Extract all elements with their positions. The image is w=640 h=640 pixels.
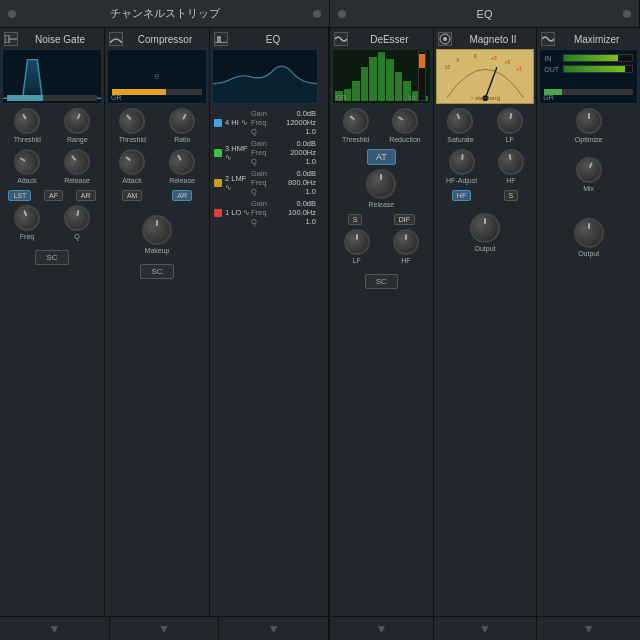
magneto-hfadj-knob[interactable] <box>448 148 476 176</box>
comp-ratio-knob[interactable] <box>165 103 201 139</box>
svg-text:+3: +3 <box>491 56 497 61</box>
maximizer-mix-row: Mix <box>539 157 638 192</box>
cs-eq-display <box>212 49 318 104</box>
fb3 <box>352 81 360 101</box>
deesser-hf-knob[interactable] <box>393 229 419 255</box>
comp-header: Compressor <box>107 32 207 46</box>
magneto-hf-knob[interactable] <box>496 147 526 177</box>
eq-nav-magneto[interactable]: ▼ <box>434 617 538 640</box>
maximizer-mix-knob[interactable] <box>572 153 605 186</box>
deesser-knob-row1: Threshld Reduction <box>332 108 431 143</box>
deesser-hf-group: HF <box>393 229 419 264</box>
deesser-threshld-label: Threshld <box>342 136 369 143</box>
band-hmf-name: 3 HMF ∿ <box>225 144 251 162</box>
cs-nav-ng[interactable]: ▼ <box>0 617 110 640</box>
deesser-dif-btn[interactable]: DIF <box>394 214 415 225</box>
maximizer-optimize-knob[interactable] <box>576 108 602 134</box>
deesser-icon <box>334 32 348 46</box>
maximizer-output-group: Output <box>574 218 604 257</box>
magneto-lf-label: LF <box>506 136 514 143</box>
deesser-release-row: Release <box>332 169 431 208</box>
max-in-row: IN <box>544 54 633 62</box>
eq-section: DeEsser <box>330 28 640 640</box>
comp-threshld-knob[interactable] <box>114 103 151 140</box>
ng-freq-knob[interactable] <box>10 201 43 234</box>
deesser-lf-knob[interactable] <box>344 229 370 255</box>
comp-knob-row3: Makeup <box>107 215 207 254</box>
magneto-s-btn[interactable]: S <box>504 190 519 201</box>
deesser-reduction-knob[interactable] <box>387 103 423 139</box>
deesser-s-row: S DIF <box>332 214 431 225</box>
ng-threshld-knob[interactable] <box>10 103 46 139</box>
comp-makeup-knob[interactable] <box>142 215 172 245</box>
deesser-at-row: AT <box>332 149 431 165</box>
ng-q-knob[interactable] <box>62 203 92 233</box>
maximizer-output-knob[interactable] <box>574 218 604 248</box>
ng-attack-knob[interactable] <box>9 144 45 180</box>
eq-nav-maximizer[interactable]: ▼ <box>537 617 640 640</box>
svg-point-6 <box>443 37 447 41</box>
maximizer-mix-group: Mix <box>576 157 602 192</box>
comp-threshld-group: Threshld <box>119 108 146 143</box>
ng-lst-btn[interactable]: LST <box>8 190 31 201</box>
deesser-s-btn[interactable]: S <box>348 214 363 225</box>
band-hi-color <box>214 119 222 127</box>
ng-knob-row1: Threshld Range <box>2 108 102 143</box>
eq-dot-left[interactable] <box>338 10 346 18</box>
eq-nav-deesser[interactable]: ▼ <box>330 617 434 640</box>
magneto-hf-btn[interactable]: HF <box>452 190 471 201</box>
deesser-release-knob[interactable] <box>366 169 396 199</box>
comp-ratio-label: Ratio <box>174 136 190 143</box>
ng-af-btn[interactable]: AF <box>44 190 63 201</box>
comp-ratio-group: Ratio <box>169 108 195 143</box>
comp-btn-row: AM AR <box>107 190 207 201</box>
eq-bottom-nav: ▼ ▼ ▼ <box>330 616 640 640</box>
cs-dot-left[interactable] <box>8 10 16 18</box>
ng-ar-btn[interactable]: AR <box>76 190 96 201</box>
comp-am-btn[interactable]: AM <box>122 190 143 201</box>
band-lo-params: Gain0.0dB Freq100.0Hz Q1.0 <box>251 199 316 226</box>
eq-dot-right[interactable] <box>623 10 631 18</box>
maximizer-gr-fill <box>544 89 562 95</box>
magneto-knob-row1: Saturate LF <box>436 108 535 143</box>
deesser-sc-btn[interactable]: SC <box>365 274 398 289</box>
deesser-at-btn[interactable]: AT <box>367 149 396 165</box>
cs-eq-name: EQ <box>230 34 316 45</box>
maximizer-output-row: Output <box>539 218 638 257</box>
panels-row: Noise Gate <box>0 28 640 640</box>
maximizer-module: Maximizer IN OUT <box>537 28 640 616</box>
comp-knob-row2: Attack Release <box>107 149 207 184</box>
eq-title: EQ <box>477 8 493 20</box>
fb8 <box>395 72 403 101</box>
maximizer-gr-bar <box>544 89 633 95</box>
svg-text:e: e <box>155 71 160 81</box>
magneto-display: 10 5 0 +3 +5 +7 ○ steinberg <box>436 49 535 104</box>
maximizer-optimize-label: Optimize <box>575 136 603 143</box>
magneto-lf-knob[interactable] <box>495 106 525 136</box>
comp-release-knob[interactable] <box>164 144 200 180</box>
comp-ar-btn[interactable]: AR <box>172 190 192 201</box>
ng-range-knob[interactable] <box>61 104 94 137</box>
ng-icon <box>4 32 18 46</box>
comp-name: Compressor <box>125 34 205 45</box>
band-lmf-name: 2 LMF ∿ <box>225 174 251 192</box>
magneto-saturate-knob[interactable] <box>444 104 477 137</box>
channel-strip-header: チャンネルストリップ <box>0 0 330 27</box>
cs-nav-comp[interactable]: ▼ <box>110 617 220 640</box>
cs-eq-module: EQ 4 HI ∿ Ga <box>210 28 320 616</box>
band-lmf-color <box>214 179 222 187</box>
deesser-threshld-knob[interactable] <box>337 103 374 140</box>
comp-attack-knob[interactable] <box>114 144 151 181</box>
cs-nav-eq[interactable]: ▼ <box>219 617 328 640</box>
magneto-output-knob[interactable] <box>470 213 500 243</box>
ng-release-knob[interactable] <box>59 144 96 181</box>
deesser-threshld-group: Threshld <box>342 108 369 143</box>
band-lo-name: 1 LO ∿ <box>225 208 251 217</box>
ng-sc-btn[interactable]: SC <box>35 250 68 265</box>
comp-sc-btn[interactable]: SC <box>140 264 173 279</box>
steinberg-label: ○ steinberg <box>470 95 500 101</box>
deesser-module: DeEsser <box>330 28 434 616</box>
maximizer-icon <box>541 32 555 46</box>
eq-band-hi: 4 HI ∿ Gain0.0dB Freq12000Hz Q1.0 <box>212 108 318 138</box>
cs-dot-right[interactable] <box>313 10 321 18</box>
